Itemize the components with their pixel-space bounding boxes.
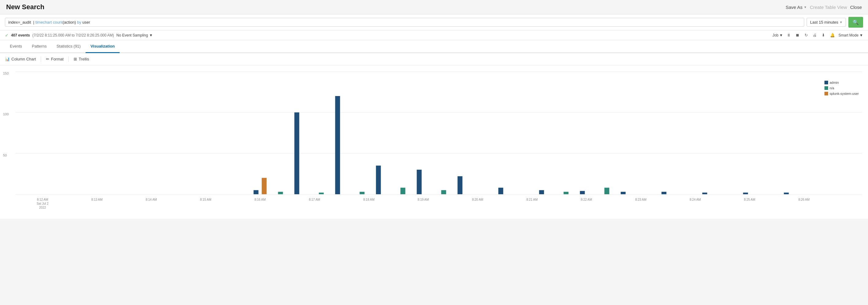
bar [261, 178, 267, 194]
bar [604, 188, 610, 194]
bar [319, 193, 324, 194]
x-label: 8:13 AM [70, 197, 124, 202]
legend-item-splunk-system-user: splunk-system-user [825, 92, 859, 95]
bar [621, 192, 626, 194]
x-label: 8:22 AM [559, 197, 613, 202]
page-title: New Search [6, 3, 44, 11]
chart-legend: adminn/asplunk-system-user [825, 81, 859, 95]
search-input-wrapper[interactable]: index=_audit | timechart count (action) … [5, 18, 804, 27]
status-right: Job ▼ ⏸ ⏹ ↻ 🖨 ⬇ 🔔 Smart Mode ▼ [773, 32, 863, 38]
query-user: user [83, 20, 90, 25]
time-range-info: (7/2/22 8:11:25.000 AM to 7/2/22 8:26:25… [32, 33, 114, 37]
status-bar: ✓ 407 events (7/2/22 8:11:25.000 AM to 7… [0, 30, 868, 40]
print-button[interactable]: 🖨 [812, 32, 818, 38]
x-label: 8:15 AM [179, 197, 233, 202]
refresh-button[interactable]: ↻ [803, 32, 809, 38]
query-keyword1: timechart [35, 20, 52, 25]
x-label: 8:26 AM [777, 197, 831, 202]
job-caret: ▼ [779, 33, 783, 37]
export-button[interactable]: ⬇ [820, 32, 826, 38]
search-bar: index=_audit | timechart count (action) … [0, 14, 868, 30]
query-by: by [76, 20, 83, 25]
y-axis: 150 100 50 [3, 71, 8, 194]
legend-item-n/a: n/a [825, 86, 859, 90]
format-icon: ✏ [46, 57, 50, 61]
column-chart-icon: 📊 [5, 57, 10, 61]
x-label: 8:17 AM [287, 197, 342, 202]
top-bar: New Search Save As ▼ Create Table View C… [0, 0, 868, 14]
format-button[interactable]: ✏Format [42, 56, 67, 63]
trellis-button[interactable]: ⊞Trellis [70, 56, 93, 63]
x-label: 8:24 AM [668, 197, 722, 202]
bar [294, 112, 299, 194]
bar [335, 96, 340, 194]
events-count: 407 events [11, 33, 30, 37]
search-button[interactable]: 🔍 [848, 17, 863, 28]
status-left: ✓ 407 events (7/2/22 8:11:25.000 AM to 7… [5, 33, 153, 38]
info-button[interactable]: 🔔 [829, 32, 836, 38]
chart-area: 150 100 50 8:12 AMSat Jul 220228:13 AM8:… [0, 65, 868, 219]
x-label: 8:14 AM [124, 197, 179, 202]
x-label: 8:25 AM [722, 197, 777, 202]
bar [784, 193, 789, 194]
save-as-caret: ▼ [804, 5, 807, 9]
tab-visualization[interactable]: Visualization [86, 40, 120, 53]
bar [539, 190, 544, 194]
bar [743, 193, 748, 194]
tab-events[interactable]: Events [5, 40, 27, 53]
time-range-picker[interactable]: Last 15 minutes ▼ [807, 18, 846, 27]
separator [68, 57, 69, 62]
query-function: count [53, 20, 63, 25]
stop-button[interactable]: ⏹ [795, 32, 801, 38]
bar [661, 192, 666, 194]
close-button[interactable]: Close [850, 5, 862, 10]
column-chart-button[interactable]: 📊Column Chart [5, 56, 39, 63]
smart-mode-button[interactable]: Smart Mode ▼ [839, 33, 863, 37]
bar [254, 190, 258, 194]
legend-color-admin [825, 81, 828, 84]
viz-toolbar: 📊Column Chart✏Format⊞Trellis [0, 53, 868, 65]
chart-svg [16, 71, 831, 194]
bar [702, 193, 707, 194]
bar [360, 192, 365, 194]
job-button[interactable]: Job ▼ [773, 33, 783, 37]
bar [580, 191, 585, 194]
bar [417, 170, 422, 194]
legend-item-admin: admin [825, 81, 859, 84]
smart-mode-caret: ▼ [860, 33, 863, 37]
search-icon: 🔍 [852, 19, 859, 25]
x-axis: 8:12 AMSat Jul 220228:13 AM8:14 AM8:15 A… [16, 197, 831, 210]
x-label: 8:18 AM [342, 197, 396, 202]
time-range-caret: ▼ [839, 21, 842, 24]
x-label: 8:23 AM [614, 197, 668, 202]
save-as-button[interactable]: Save As ▼ [786, 5, 807, 10]
bar [278, 192, 283, 194]
tab-patterns[interactable]: Patterns [27, 40, 52, 53]
pause-button[interactable]: ⏸ [785, 32, 792, 38]
bar [441, 190, 446, 194]
status-check-icon: ✓ [5, 33, 8, 38]
legend-color-n/a [825, 86, 828, 90]
query-prefix: index=_audit | [8, 20, 35, 25]
separator [41, 57, 41, 62]
bar [401, 188, 405, 194]
bar [376, 166, 381, 194]
chart-inner: 150 100 50 8:12 AMSat Jul 220228:13 AM8:… [16, 71, 862, 194]
bar [564, 192, 569, 194]
x-label: 8:16 AM [233, 197, 287, 202]
top-bar-actions: Save As ▼ Create Table View Close [786, 5, 862, 10]
x-label: 8:20 AM [451, 197, 505, 202]
tabs-bar: EventsPatternsStatistics (91)Visualizati… [0, 40, 868, 53]
x-label: 8:19 AM [396, 197, 450, 202]
sampling-caret: ▼ [149, 33, 153, 37]
sampling-dropdown[interactable]: No Event Sampling ▼ [117, 33, 153, 37]
trellis-icon: ⊞ [73, 57, 77, 61]
x-label: 8:12 AMSat Jul 22022 [16, 197, 70, 210]
x-label: 8:21 AM [505, 197, 559, 202]
tab-statistics--91-[interactable]: Statistics (91) [52, 40, 86, 53]
create-table-button[interactable]: Create Table View [810, 5, 847, 10]
bar [458, 176, 463, 194]
legend-color-splunk-system-user [825, 92, 828, 95]
query-parens: (action) [63, 20, 76, 25]
bar [498, 188, 503, 194]
